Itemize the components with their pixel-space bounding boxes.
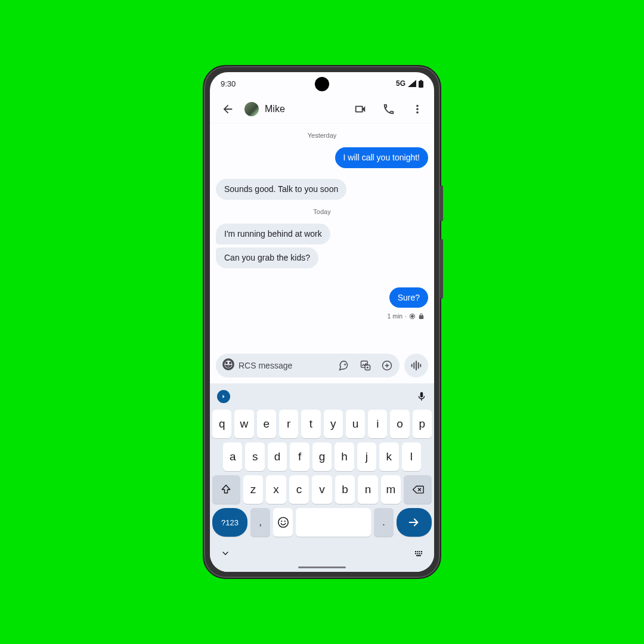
svg-rect-0 bbox=[419, 80, 423, 88]
back-button[interactable] bbox=[216, 97, 240, 121]
chevron-right-icon bbox=[220, 393, 227, 400]
keyboard-expand-button[interactable] bbox=[217, 390, 230, 403]
message-timestamp: 1 min bbox=[387, 312, 402, 320]
key-j[interactable]: j bbox=[357, 442, 376, 471]
add-button[interactable] bbox=[378, 360, 396, 371]
conversation-header: Mike bbox=[210, 95, 434, 123]
key-b[interactable]: b bbox=[335, 475, 355, 504]
message-out[interactable]: I will call you tonight! bbox=[335, 147, 428, 168]
key-c[interactable]: c bbox=[289, 475, 309, 504]
message-in[interactable]: Can you grab the kids? bbox=[216, 247, 318, 268]
enter-key[interactable] bbox=[397, 508, 432, 537]
voice-message-button[interactable] bbox=[404, 354, 428, 377]
svg-point-8 bbox=[278, 518, 289, 528]
more-vert-icon bbox=[411, 103, 424, 116]
key-n[interactable]: n bbox=[358, 475, 377, 504]
svg-point-2 bbox=[226, 363, 227, 364]
phone-side-button bbox=[440, 185, 443, 221]
phone-icon bbox=[382, 103, 395, 116]
period-key[interactable]: . bbox=[374, 508, 394, 537]
svg-point-9 bbox=[281, 521, 282, 522]
key-x[interactable]: x bbox=[266, 475, 286, 504]
emoji-picker-button[interactable] bbox=[222, 358, 235, 373]
plus-circle-icon bbox=[381, 360, 393, 371]
lock-icon bbox=[418, 313, 425, 320]
message-out[interactable]: Sure? bbox=[389, 287, 428, 308]
key-i[interactable]: i bbox=[368, 410, 387, 438]
home-indicator[interactable] bbox=[298, 566, 346, 568]
shift-icon bbox=[220, 484, 232, 496]
chevron-down-icon[interactable] bbox=[221, 549, 230, 558]
status-time: 9:30 bbox=[221, 79, 236, 88]
key-a[interactable]: a bbox=[223, 442, 242, 471]
key-k[interactable]: k bbox=[379, 442, 398, 471]
key-v[interactable]: v bbox=[312, 475, 332, 504]
key-z[interactable]: z bbox=[243, 475, 263, 504]
comma-key[interactable]: , bbox=[250, 508, 270, 537]
phone-side-button bbox=[440, 239, 443, 299]
day-separator: Today bbox=[216, 203, 428, 220]
video-call-button[interactable] bbox=[348, 97, 372, 121]
camera-notch bbox=[315, 77, 329, 91]
day-separator: Yesterday bbox=[216, 127, 428, 144]
more-button[interactable] bbox=[405, 97, 429, 121]
svg-rect-14 bbox=[421, 551, 422, 552]
key-u[interactable]: u bbox=[346, 410, 365, 438]
key-f[interactable]: f bbox=[290, 442, 309, 471]
keyboard-row: asdfghjkl bbox=[212, 442, 432, 471]
keyboard-row: ?123 , . bbox=[212, 508, 432, 537]
svg-rect-12 bbox=[417, 551, 418, 552]
message-in[interactable]: I'm running behind at work bbox=[216, 224, 330, 244]
svg-rect-11 bbox=[415, 551, 416, 552]
svg-rect-1 bbox=[420, 80, 422, 81]
backspace-key[interactable] bbox=[404, 475, 432, 504]
messages-list[interactable]: Yesterday I will call you tonight! Sound… bbox=[210, 123, 434, 350]
key-r[interactable]: r bbox=[279, 410, 298, 438]
svg-point-3 bbox=[230, 363, 231, 364]
key-s[interactable]: s bbox=[245, 442, 264, 471]
key-q[interactable]: q bbox=[212, 410, 231, 438]
delivered-icon bbox=[409, 313, 416, 320]
space-key[interactable] bbox=[296, 508, 370, 537]
voice-call-button[interactable] bbox=[377, 97, 401, 121]
key-y[interactable]: y bbox=[324, 410, 343, 438]
key-g[interactable]: g bbox=[312, 442, 332, 471]
key-p[interactable]: p bbox=[413, 410, 432, 438]
message-in[interactable]: Sounds good. Talk to you soon bbox=[216, 179, 346, 200]
keyboard-switch-icon[interactable] bbox=[414, 549, 423, 558]
message-meta: 1 min · bbox=[387, 312, 428, 320]
key-m[interactable]: m bbox=[381, 475, 401, 504]
key-d[interactable]: d bbox=[268, 442, 287, 471]
keyboard: qwertyuiop asdfghjkl zxcvbnm ?123 , bbox=[210, 383, 434, 572]
key-e[interactable]: e bbox=[257, 410, 276, 438]
svg-rect-19 bbox=[416, 555, 421, 556]
avatar[interactable] bbox=[244, 102, 259, 116]
sparkle-reply-icon bbox=[338, 360, 350, 371]
symbols-key[interactable]: ?123 bbox=[212, 508, 247, 537]
key-l[interactable]: l bbox=[402, 442, 421, 471]
emoji-key[interactable] bbox=[273, 508, 293, 537]
svg-rect-16 bbox=[417, 553, 418, 554]
contact-name[interactable]: Mike bbox=[265, 104, 343, 114]
message-input[interactable]: RCS message bbox=[216, 354, 400, 377]
phone-frame: 9:30 5G Mike Yest bbox=[203, 65, 441, 579]
key-h[interactable]: h bbox=[335, 442, 354, 471]
composer: RCS message bbox=[210, 350, 434, 383]
key-t[interactable]: t bbox=[301, 410, 320, 438]
message-input-placeholder: RCS message bbox=[239, 361, 332, 370]
backspace-icon bbox=[412, 484, 424, 496]
gallery-icon bbox=[360, 360, 371, 371]
magic-compose-button[interactable] bbox=[335, 360, 353, 371]
gallery-button[interactable] bbox=[357, 360, 374, 371]
keyboard-nav-bar bbox=[210, 540, 434, 566]
arrow-right-icon bbox=[407, 516, 420, 529]
arrow-left-icon bbox=[221, 103, 234, 116]
svg-point-10 bbox=[284, 521, 285, 522]
emoji-icon bbox=[277, 516, 290, 529]
key-w[interactable]: w bbox=[234, 410, 253, 438]
mic-icon[interactable] bbox=[416, 391, 427, 402]
battery-icon bbox=[419, 80, 423, 88]
waveform-icon bbox=[410, 359, 423, 372]
key-o[interactable]: o bbox=[390, 410, 409, 438]
shift-key[interactable] bbox=[212, 475, 240, 504]
